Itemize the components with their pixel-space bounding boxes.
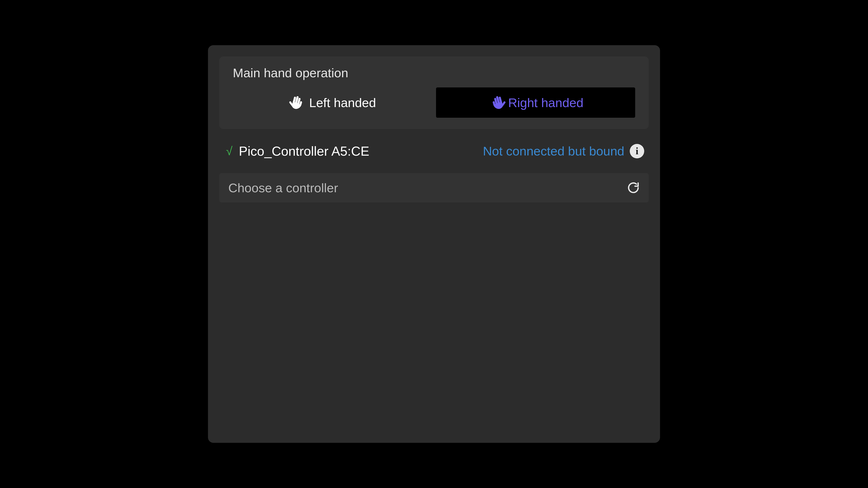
left-handed-label: Left handed bbox=[309, 95, 376, 110]
hand-right-icon bbox=[488, 94, 506, 111]
left-handed-option[interactable]: Left handed bbox=[233, 88, 432, 118]
choose-controller-row: Choose a controller bbox=[219, 173, 649, 202]
settings-panel: Main hand operation Left handed Right ha… bbox=[208, 45, 660, 443]
hand-options-group: Left handed Right handed bbox=[233, 88, 635, 118]
device-status-label: Not connected but bound bbox=[483, 144, 624, 158]
choose-controller-label: Choose a controller bbox=[228, 181, 338, 195]
info-icon[interactable]: i bbox=[630, 144, 644, 158]
main-hand-section: Main hand operation Left handed Right ha… bbox=[219, 57, 649, 129]
refresh-icon[interactable] bbox=[627, 182, 640, 194]
main-hand-title: Main hand operation bbox=[233, 66, 635, 80]
hand-left-icon bbox=[289, 94, 307, 111]
right-handed-label: Right handed bbox=[508, 95, 583, 110]
check-icon: √ bbox=[226, 144, 232, 158]
bound-controller-row[interactable]: √ Pico_Controller A5:CE Not connected bu… bbox=[219, 139, 649, 163]
device-identity: √ Pico_Controller A5:CE bbox=[226, 143, 369, 159]
device-name-label: Pico_Controller A5:CE bbox=[239, 143, 369, 159]
right-handed-option[interactable]: Right handed bbox=[436, 88, 635, 118]
device-status-group: Not connected but bound i bbox=[483, 144, 644, 158]
